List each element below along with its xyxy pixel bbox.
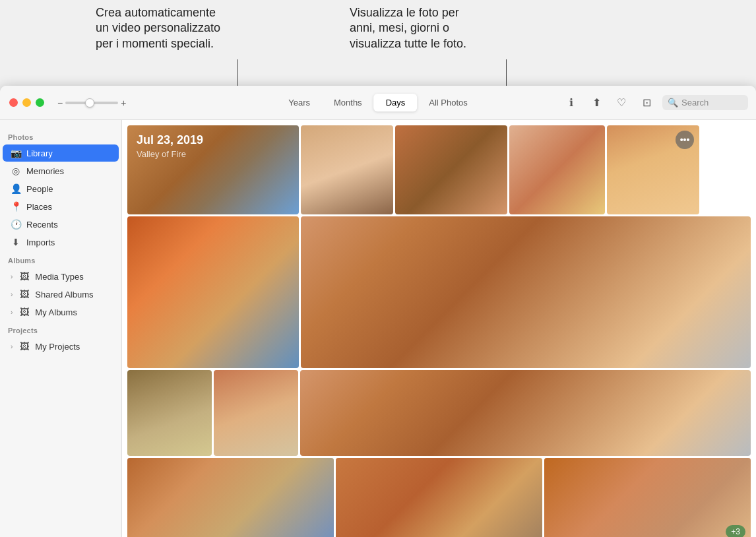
expand-icon-media: ›: [11, 273, 13, 280]
photo-cell-road-1[interactable]: [127, 458, 334, 537]
library-icon: 📷: [11, 148, 21, 158]
tooltip-left: Crea automaticamente un video personaliz…: [96, 5, 241, 51]
sidebar-item-my-projects[interactable]: › 🖼 My Projects: [3, 338, 119, 355]
info-button[interactable]: ℹ: [562, 94, 581, 112]
memories-icon: ◎: [11, 166, 21, 176]
photo-cell-wide-right[interactable]: [300, 370, 751, 456]
places-icon: 📍: [11, 201, 21, 212]
search-icon: 🔍: [668, 98, 678, 108]
my-albums-icon: 🖼: [19, 307, 30, 317]
sidebar-item-places-label: Places: [26, 202, 52, 212]
recents-icon: 🕐: [11, 219, 21, 230]
sidebar-item-my-projects-label: My Projects: [35, 342, 80, 352]
photo-cell-canyon-last[interactable]: +3: [544, 458, 751, 537]
search-box[interactable]: 🔍 Search: [662, 95, 748, 110]
photo-cell-canyon-hero[interactable]: [301, 216, 751, 368]
expand-icon-my-albums: ›: [11, 309, 13, 316]
close-button[interactable]: [9, 98, 18, 107]
sidebar-item-recents[interactable]: 🕐 Recents: [3, 216, 119, 233]
traffic-lights: [0, 98, 44, 107]
maximize-button[interactable]: [36, 98, 44, 107]
crop-button[interactable]: ⊡: [637, 94, 656, 112]
tab-months[interactable]: Months: [322, 94, 374, 111]
expand-icon-projects: ›: [11, 343, 13, 350]
day-date-label: Jul 23, 2019: [137, 133, 203, 147]
more-photos-badge: +3: [726, 525, 745, 537]
photos-section-label: Photos: [0, 128, 121, 144]
tab-years[interactable]: Years: [276, 94, 322, 111]
photo-cell-strip-1[interactable]: [301, 125, 393, 214]
zoom-slider[interactable]: [65, 102, 118, 104]
tab-allphotos[interactable]: All Photos: [417, 94, 480, 111]
search-placeholder: Search: [681, 98, 709, 108]
photo-row-1: Jul 23, 2019 Valley of Fire •••: [127, 125, 751, 214]
sidebar-item-people-label: People: [26, 184, 53, 194]
sidebar-item-shared-albums[interactable]: › 🖼 Shared Albums: [3, 286, 119, 303]
sidebar-item-library-label: Library: [26, 148, 53, 158]
photo-cell-girl-green[interactable]: [127, 370, 212, 456]
sidebar-item-library[interactable]: 📷 Library: [3, 144, 119, 162]
sidebar-item-places[interactable]: 📍 Places: [3, 198, 119, 215]
day-section-jul23: Jul 23, 2019 Valley of Fire •••: [127, 125, 751, 537]
sidebar-item-shared-albums-label: Shared Albums: [35, 290, 93, 300]
photo-row-2: [127, 216, 751, 368]
photo-row-4: +3: [127, 458, 751, 537]
share-button[interactable]: ⬆: [587, 94, 606, 112]
sidebar-item-memories[interactable]: ◎ Memories: [3, 162, 119, 179]
imports-icon: ⬇: [11, 237, 21, 247]
app-window: − + Years Months Days All Photos ℹ ⬆ ♡ ⊡…: [0, 86, 756, 537]
projects-section-label: Projects: [0, 321, 121, 337]
zoom-thumb[interactable]: [85, 98, 94, 108]
sidebar-item-my-albums-label: My Albums: [35, 307, 77, 317]
tooltip-right: Visualizza le foto per anni, mesi, giorn…: [350, 5, 501, 51]
photo-cell-sunset[interactable]: [127, 216, 299, 368]
people-icon: 👤: [11, 183, 21, 194]
photo-cell-strip-2[interactable]: [395, 125, 507, 214]
title-bar: − + Years Months Days All Photos ℹ ⬆ ♡ ⊡…: [0, 86, 756, 120]
tabs-container: Years Months Days All Photos: [276, 94, 480, 111]
sidebar-item-imports-label: Imports: [26, 237, 55, 247]
minimize-button[interactable]: [22, 98, 31, 107]
zoom-plus-button[interactable]: +: [121, 98, 126, 108]
content-area: Photos 📷 Library ◎ Memories 👤 People 📍 P…: [0, 120, 756, 537]
photo-cell-hero-date[interactable]: Jul 23, 2019 Valley of Fire: [127, 125, 299, 214]
photo-cell-road-2[interactable]: [336, 458, 542, 537]
toolbar-right: ℹ ⬆ ♡ ⊡ 🔍 Search: [562, 94, 748, 112]
sidebar-item-my-albums[interactable]: › 🖼 My Albums: [3, 303, 119, 321]
media-types-icon: 🖼: [19, 271, 30, 282]
more-options-badge[interactable]: •••: [676, 131, 694, 149]
zoom-minus-button[interactable]: −: [57, 98, 63, 108]
shared-albums-icon: 🖼: [19, 289, 30, 300]
photo-cell-strip-4[interactable]: •••: [607, 125, 699, 214]
photo-cell-strip-3[interactable]: [509, 125, 605, 214]
photo-cell-girl-stand[interactable]: [214, 370, 298, 456]
zoom-control: − +: [57, 98, 126, 108]
sidebar-item-memories-label: Memories: [26, 166, 64, 176]
tab-days[interactable]: Days: [374, 94, 418, 111]
sidebar: Photos 📷 Library ◎ Memories 👤 People 📍 P…: [0, 120, 122, 537]
heart-button[interactable]: ♡: [612, 94, 631, 112]
expand-icon-shared: ›: [11, 291, 13, 298]
sidebar-item-media-types[interactable]: › 🖼 Media Types: [3, 268, 119, 285]
sidebar-item-recents-label: Recents: [26, 220, 58, 230]
day-location-label: Valley of Fire: [137, 149, 186, 159]
sidebar-item-people[interactable]: 👤 People: [3, 180, 119, 197]
albums-section-label: Albums: [0, 251, 121, 267]
photo-row-3: [127, 370, 751, 456]
sidebar-item-imports[interactable]: ⬇ Imports: [3, 234, 119, 251]
photo-grid: Jul 23, 2019 Valley of Fire •••: [122, 120, 756, 537]
my-projects-icon: 🖼: [19, 341, 30, 352]
sidebar-item-media-types-label: Media Types: [35, 272, 83, 282]
